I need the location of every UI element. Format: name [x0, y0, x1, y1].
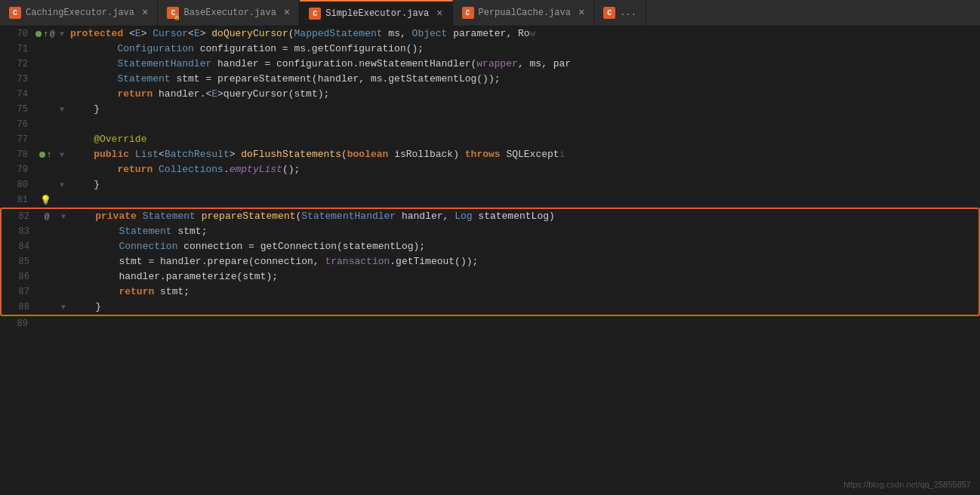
fold-icon-82[interactable]: ▼	[61, 213, 66, 221]
line-num-88: 88	[14, 302, 29, 312]
tab-close-perpetual[interactable]: ×	[578, 7, 584, 19]
fold-85	[58, 254, 69, 269]
tab-label-base: BaseExecutor.java	[183, 8, 276, 18]
line-num-area-74: 74	[0, 87, 34, 102]
tab-label-more: ...	[620, 8, 636, 18]
line-gutter-85	[35, 254, 58, 269]
line-gutter-74	[34, 87, 57, 102]
lines-container: 70 ↑ @ ▼ protected <E> Cursor<E> doQuery…	[0, 26, 980, 331]
highlight-block: 82 @ ▼ private Statement prepareStatemen…	[0, 208, 980, 316]
line-78: 78 ↑ ▼ public List<BatchResult> doFlushS…	[0, 147, 980, 162]
green-dot-70	[35, 31, 42, 37]
line-77: 77 @Override	[0, 132, 980, 147]
line-num-area-80: 80	[0, 177, 34, 192]
fold-icon-88[interactable]: ▼	[61, 303, 66, 312]
tab-close-simple[interactable]: ×	[436, 8, 442, 20]
line-content-85: stmt = handler.prepare(connection, trans…	[69, 254, 978, 269]
line-86: 86 handler.parameterize(stmt);	[2, 269, 978, 284]
line-gutter-89	[34, 316, 57, 331]
line-82: 82 @ ▼ private Statement prepareStatemen…	[2, 209, 978, 224]
line-75: 75 ▼ }	[0, 102, 980, 117]
green-dot-78	[39, 152, 45, 158]
at-70: @	[50, 29, 55, 38]
tab-close-caching[interactable]: ×	[142, 7, 148, 19]
line-gutter-86	[35, 269, 58, 284]
line-num-79: 79	[13, 164, 28, 175]
line-content-70: protected <E> Cursor<E> doQueryCursor(Ma…	[67, 26, 980, 42]
line-gutter-78: ↑	[34, 147, 57, 162]
fold-72	[57, 57, 67, 72]
line-81: 81 💡	[0, 192, 980, 208]
line-num-area-73: 73	[0, 72, 34, 87]
line-73: 73 Statement stmt = prepareStatement(han…	[0, 72, 980, 87]
tab-base[interactable]: C BaseExecutor.java ×	[158, 0, 300, 26]
fold-icon-80[interactable]: ▼	[60, 181, 64, 189]
fold-74	[57, 87, 67, 102]
line-70: 70 ↑ @ ▼ protected <E> Cursor<E> doQuery…	[0, 26, 980, 42]
fold-78[interactable]: ▼	[57, 147, 67, 162]
fold-75[interactable]: ▼	[57, 102, 67, 117]
bulb-icon-81[interactable]: 💡	[40, 195, 51, 206]
line-content-73: Statement stmt = prepareStatement(handle…	[67, 72, 980, 87]
at-82: @	[45, 212, 50, 221]
line-num-area-89: 89	[0, 316, 34, 331]
fold-80[interactable]: ▼	[57, 177, 67, 192]
line-num-area-88: 88	[2, 300, 35, 315]
line-num-area-79: 79	[0, 162, 34, 177]
line-gutter-84	[35, 239, 58, 254]
fold-79	[57, 162, 67, 177]
line-num-75: 75	[13, 104, 28, 115]
line-num-area-71: 71	[0, 42, 34, 57]
line-num-81: 81	[13, 195, 28, 205]
fold-icon-75[interactable]: ▼	[60, 106, 64, 114]
fold-icon-78[interactable]: ▼	[60, 151, 64, 159]
line-content-76	[67, 117, 980, 132]
fold-88[interactable]: ▼	[58, 300, 69, 315]
line-74: 74 return handler.<E>queryCursor(stmt);	[0, 87, 980, 102]
line-76: 76	[0, 117, 980, 132]
line-content-81	[67, 192, 980, 208]
line-gutter-73	[34, 72, 57, 87]
line-num-area-78: 78	[0, 147, 34, 162]
line-num-74: 74	[13, 89, 28, 100]
tab-more[interactable]: C ...	[594, 0, 646, 26]
fold-84	[58, 239, 69, 254]
line-content-79: return Collections.emptyList();	[67, 162, 980, 177]
line-72: 72 StatementHandler handler = configurat…	[0, 57, 980, 72]
arrow-78: ↑	[47, 150, 52, 159]
tab-perpetual[interactable]: C PerpualCache.java ×	[453, 0, 595, 26]
fold-76	[57, 117, 67, 132]
fold-70[interactable]: ▼	[57, 26, 67, 42]
line-num-86: 86	[14, 272, 29, 282]
tab-icon-perpetual: C	[462, 7, 474, 19]
line-gutter-75	[34, 102, 57, 117]
line-num-area-75: 75	[0, 102, 34, 117]
fold-82[interactable]: ▼	[58, 209, 69, 224]
fold-81	[57, 192, 67, 208]
line-content-87: return stmt;	[69, 284, 978, 300]
code-area[interactable]: 70 ↑ @ ▼ protected <E> Cursor<E> doQuery…	[0, 26, 980, 495]
line-num-area-86: 86	[2, 269, 35, 284]
line-num-85: 85	[14, 257, 29, 267]
line-num-76: 76	[13, 119, 28, 130]
tab-simple[interactable]: C SimpleExecutor.java ×	[300, 0, 452, 26]
line-num-area-77: 77	[0, 132, 34, 147]
tab-close-base[interactable]: ×	[284, 7, 290, 19]
tab-caching[interactable]: C CachingExecutor.java ×	[0, 0, 158, 26]
line-content-80: }	[67, 177, 980, 192]
tab-icon-caching: C	[9, 7, 21, 19]
line-num-area-83: 83	[2, 224, 35, 239]
line-71: 71 Configuration configuration = ms.getC…	[0, 42, 980, 57]
fold-icon-70[interactable]: ▼	[60, 30, 64, 38]
line-num-area-82: 82	[2, 209, 35, 224]
fold-89	[57, 316, 67, 331]
line-gutter-77	[34, 132, 57, 147]
url-watermark: https://blog.csdn.net/qq_25855857	[843, 480, 971, 489]
line-84: 84 Connection connection = getConnection…	[2, 239, 978, 254]
line-83: 83 Statement stmt;	[2, 224, 978, 239]
fold-77	[57, 132, 67, 147]
line-87: 87 return stmt;	[2, 284, 978, 300]
fold-86	[58, 269, 69, 284]
line-gutter-81: 💡	[34, 192, 57, 208]
line-num-area-85: 85	[2, 254, 35, 269]
